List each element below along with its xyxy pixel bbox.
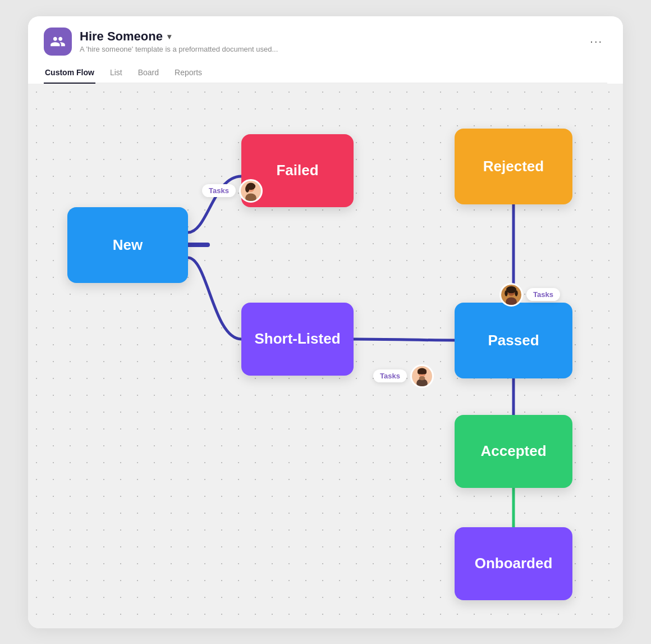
node-accepted-label: Accepted <box>480 442 546 460</box>
tab-board[interactable]: Board <box>137 62 160 84</box>
svg-point-16 <box>515 290 517 296</box>
tasks-label-2: Tasks <box>373 369 407 382</box>
node-shortlisted-label: Short-Listed <box>254 330 340 348</box>
avatar-badge-3: Tasks <box>499 283 560 307</box>
node-rejected-label: Rejected <box>483 158 544 175</box>
svg-point-10 <box>419 376 425 380</box>
tab-board-label: Board <box>138 68 159 77</box>
tasks-label-3: Tasks <box>526 288 560 301</box>
node-accepted[interactable]: Accepted <box>455 415 572 488</box>
tab-list-label: List <box>110 68 122 77</box>
node-new[interactable]: New <box>67 207 188 283</box>
node-onboarded-label: Onboarded <box>475 555 553 572</box>
svg-point-15 <box>505 290 507 296</box>
node-shortlisted[interactable]: Short-Listed <box>241 303 354 376</box>
page-description: A 'hire someone' template is a preformat… <box>80 45 278 53</box>
avatar-2 <box>410 364 434 388</box>
avatar-1 <box>239 179 263 203</box>
svg-rect-9 <box>418 370 427 374</box>
users-icon <box>50 34 66 49</box>
header-left: Hire Someone ▾ A 'hire someone' template… <box>44 28 278 56</box>
svg-point-13 <box>506 297 517 306</box>
more-icon: ··· <box>590 35 603 47</box>
avatar-badge-1: Tasks <box>202 179 263 203</box>
chevron-down-icon: ▾ <box>167 32 171 41</box>
tab-custom-flow-label: Custom Flow <box>45 68 94 77</box>
header-top: Hire Someone ▾ A 'hire someone' template… <box>44 28 607 56</box>
page-title: Hire Someone ▾ <box>80 29 278 44</box>
node-passed[interactable]: Passed <box>455 303 572 378</box>
tab-list[interactable]: List <box>109 62 123 84</box>
title-text: Hire Someone <box>80 29 163 44</box>
header-text: Hire Someone ▾ A 'hire someone' template… <box>80 29 278 53</box>
svg-point-4 <box>245 185 249 193</box>
tab-reports[interactable]: Reports <box>173 62 203 84</box>
more-options-button[interactable]: ··· <box>585 33 607 50</box>
main-card: Hire Someone ▾ A 'hire someone' template… <box>28 16 623 628</box>
tab-custom-flow[interactable]: Custom Flow <box>44 62 95 84</box>
node-onboarded[interactable]: Onboarded <box>455 527 572 600</box>
tasks-label-1: Tasks <box>202 184 236 197</box>
svg-point-14 <box>506 286 516 293</box>
node-failed-label: Failed <box>276 162 318 179</box>
avatar-3 <box>499 283 523 307</box>
tab-bar: Custom Flow List Board Reports <box>44 62 607 84</box>
avatar-badge-2: Tasks <box>373 364 434 388</box>
svg-point-2 <box>245 193 256 202</box>
node-passed-label: Passed <box>488 332 539 349</box>
app-icon <box>44 28 72 56</box>
header: Hire Someone ▾ A 'hire someone' template… <box>28 16 623 84</box>
node-new-label: New <box>113 236 143 254</box>
node-rejected[interactable]: Rejected <box>455 129 572 204</box>
tab-reports-label: Reports <box>175 68 202 77</box>
flow-canvas: New Failed Short-Listed Rejected Passed … <box>28 84 623 628</box>
